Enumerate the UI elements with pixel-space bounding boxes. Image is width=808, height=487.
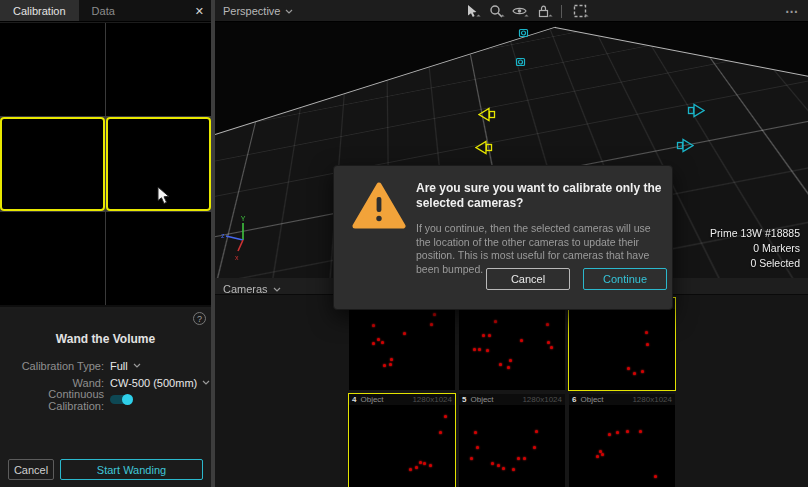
marquee-select-icon[interactable] (571, 3, 588, 19)
help-icon[interactable]: ? (193, 312, 206, 325)
marker-dot (409, 468, 412, 471)
section-heading: Wand the Volume (0, 309, 211, 346)
viewport-toolbar (463, 0, 588, 22)
camera-thumbnail[interactable]: 2Object1280x1024 (459, 298, 565, 390)
calibration-type-label: Calibration Type: (0, 360, 110, 372)
continuous-calibration-label: Continuous Calibration: (0, 388, 110, 412)
camera-3d-marker[interactable] (518, 26, 529, 40)
camera-image (569, 309, 675, 390)
marker-dot (491, 462, 494, 465)
camera-preview-cell[interactable] (106, 212, 211, 305)
marker-dot (512, 468, 515, 471)
marker-dot (444, 415, 447, 418)
camera-thumbnail[interactable]: 4Object1280x1024 (349, 394, 455, 487)
tab-data[interactable]: Data (79, 0, 128, 21)
marker-dot (473, 348, 476, 351)
camera-thumbnail-label: 5Object1280x1024 (459, 394, 565, 405)
selection-stats: Prime 13W #18885 0 Markers 0 Selected (710, 226, 800, 271)
marker-dot (423, 462, 426, 465)
perspective-header: Perspective (215, 0, 808, 22)
marker-dot (381, 341, 384, 344)
marker-dot (478, 348, 481, 351)
chevron-down-icon (285, 9, 293, 14)
marker-dot (499, 363, 502, 366)
camera-mode-label: Object (470, 395, 493, 404)
dialog-cancel-button[interactable]: Cancel (486, 268, 570, 290)
marker-dot (641, 370, 644, 373)
camera-preview-grid (0, 23, 211, 307)
chevron-down-icon (273, 287, 281, 292)
zoom-icon[interactable] (487, 3, 504, 19)
marker-dot (626, 430, 629, 433)
close-icon[interactable]: ✕ (195, 0, 204, 22)
svg-text:z: z (221, 232, 225, 239)
camera-3d-marker[interactable] (475, 140, 493, 155)
perspective-view-dropdown[interactable]: Perspective (223, 0, 293, 22)
lock-icon[interactable] (535, 3, 552, 19)
marker-dot (488, 334, 491, 337)
camera-preview-cell[interactable] (106, 23, 211, 116)
axis-gizmo: Y z x (219, 214, 255, 264)
marker-dot (390, 358, 393, 361)
dialog-title: Are you sure you want to calibrate only … (416, 181, 664, 211)
camera-image (349, 309, 455, 390)
marker-dot (439, 431, 442, 434)
marker-dot (502, 467, 505, 470)
marker-dot (507, 366, 510, 369)
camera-3d-marker[interactable] (687, 103, 705, 118)
camera-preview-cell[interactable] (0, 23, 105, 116)
toolbar-separator (561, 5, 562, 18)
marker-dot (646, 343, 649, 346)
camera-mode-label: Object (580, 395, 603, 404)
calibrate-confirmation-dialog: Are you sure you want to calibrate only … (333, 165, 673, 310)
dialog-continue-button[interactable]: Continue (583, 268, 667, 290)
camera-image (459, 405, 565, 487)
camera-preview-cell[interactable] (0, 212, 105, 305)
continuous-calibration-toggle[interactable] (110, 395, 133, 404)
markers-count-label: 0 Markers (710, 241, 800, 256)
camera-resolution-label: 1280x1024 (522, 395, 562, 404)
camera-3d-marker[interactable] (676, 138, 694, 153)
marker-dot (523, 457, 526, 460)
start-wanding-button[interactable]: Start Wanding (60, 459, 203, 480)
marker-dot (415, 466, 418, 469)
camera-thumbnail[interactable]: 1Object1280x1024 (349, 298, 455, 390)
marker-dot (535, 430, 538, 433)
wand-dropdown[interactable]: CW-500 (500mm) (110, 377, 210, 389)
camera-number: 6 (572, 395, 576, 404)
marker-dot (596, 455, 599, 458)
marker-dot (383, 364, 386, 367)
camera-number: 5 (462, 395, 466, 404)
toolbar-overflow-icon[interactable]: ⋯ (785, 0, 799, 22)
marker-dot (474, 431, 477, 434)
select-cursor-icon[interactable] (463, 3, 480, 19)
calibration-panel: Calibration Data ✕ ? Wand the Volume Cal… (0, 0, 211, 487)
marker-dot (494, 320, 497, 323)
chevron-down-icon (202, 380, 210, 385)
marker-dot (372, 342, 375, 345)
marker-dot (497, 464, 500, 467)
svg-text:Y: Y (241, 215, 246, 222)
marker-dot (470, 457, 473, 460)
marker-dot (476, 446, 479, 449)
camera-thumbnail[interactable]: 5Object1280x1024 (459, 394, 565, 487)
tab-calibration[interactable]: Calibration (0, 0, 79, 21)
marker-dot (377, 338, 380, 341)
marker-dot (403, 332, 406, 335)
marker-dot (520, 339, 523, 342)
camera-thumbnail[interactable]: 6Object1280x1024 (569, 394, 675, 487)
calibration-type-dropdown[interactable]: Full (110, 360, 141, 372)
camera-3d-marker[interactable] (478, 107, 496, 122)
cancel-button[interactable]: Cancel (8, 459, 54, 480)
marker-dot (550, 346, 553, 349)
marker-dot (433, 313, 436, 316)
marker-dot (608, 433, 611, 436)
camera-thumbnail[interactable]: 3Object1280x1024 (569, 298, 675, 390)
camera-3d-marker[interactable] (515, 55, 526, 69)
camera-number: 4 (352, 395, 356, 404)
visibility-eye-icon[interactable] (511, 3, 528, 19)
marker-dot (486, 349, 489, 352)
mouse-cursor-icon (157, 186, 170, 205)
camera-preview-cell[interactable] (0, 117, 105, 210)
camera-resolution-label: 1280x1024 (412, 395, 452, 404)
